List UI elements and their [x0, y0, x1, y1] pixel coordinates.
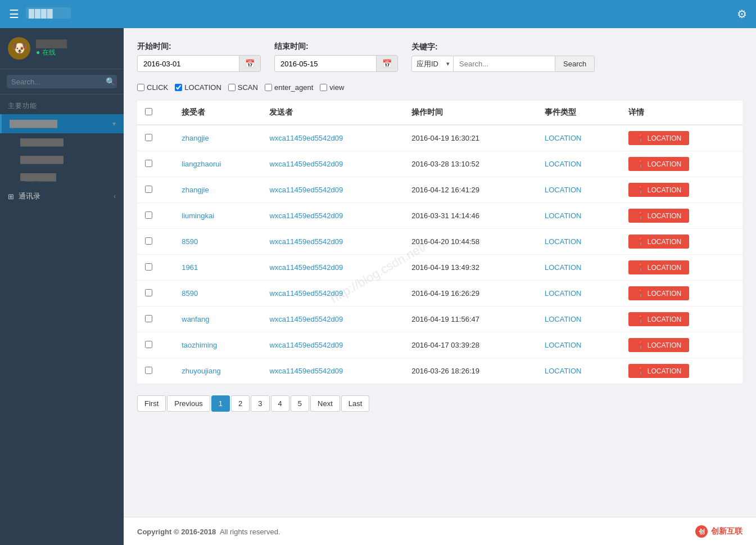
checkbox-click: CLICK [137, 83, 168, 92]
checkbox-view: view [320, 83, 344, 92]
table-header-row: 接受者 发送者 操作时间 事件类型 详情 [137, 101, 743, 125]
sidebar-username: ██████ [36, 39, 67, 48]
row-select-2[interactable] [145, 186, 152, 193]
prev-page-button[interactable]: Previous [167, 395, 210, 412]
select-all-checkbox[interactable] [145, 108, 152, 115]
table-row: wanfang wxca11459ed5542d09 2016-04-19 11… [137, 307, 743, 332]
row-receiver-0[interactable]: zhangjie [174, 125, 261, 151]
location-button-3[interactable]: 📍 LOCATION [628, 209, 689, 223]
view-checkbox[interactable] [320, 84, 327, 91]
row-sender-0[interactable]: wxca11459ed5542d09 [261, 125, 404, 151]
row-sender-2[interactable]: wxca11459ed5542d09 [261, 177, 404, 203]
row-event-type-9: LOCATION [537, 358, 621, 384]
keyword-search-input[interactable] [454, 56, 555, 72]
page-1-button[interactable]: 1 [211, 395, 230, 412]
row-select-7[interactable] [145, 315, 152, 322]
settings-icon[interactable]: ⚙ [737, 7, 747, 21]
chevron-left-icon: ‹ [114, 192, 116, 200]
row-select-8[interactable] [145, 341, 152, 348]
checkbox-location: LOCATION [175, 83, 221, 92]
row-select-0[interactable] [145, 134, 152, 141]
search-button[interactable]: Search [555, 56, 595, 72]
row-receiver-7[interactable]: wanfang [174, 307, 261, 332]
row-checkbox-3 [137, 203, 174, 229]
pin-icon-8: 📍 [636, 341, 645, 349]
sidebar-user-info: ██████ 在线 [36, 39, 67, 57]
row-sender-1[interactable]: wxca11459ed5542d09 [261, 151, 404, 177]
start-time-input[interactable] [138, 56, 239, 71]
row-receiver-6[interactable]: 8590 [174, 281, 261, 307]
row-select-6[interactable] [145, 289, 152, 296]
sidebar-sub-item-3[interactable]: G██ ████ [0, 168, 124, 186]
row-sender-7[interactable]: wxca11459ed5542d09 [261, 307, 404, 332]
location-button-7[interactable]: 📍 LOCATION [628, 312, 689, 326]
location-button-8[interactable]: 📍 LOCATION [628, 338, 689, 352]
row-receiver-3[interactable]: liumingkai [174, 203, 261, 229]
row-select-4[interactable] [145, 237, 152, 245]
hamburger-icon[interactable]: ☰ [9, 7, 19, 21]
row-checkbox-5 [137, 255, 174, 281]
keyword-label: 关键字: [411, 42, 595, 52]
main-content: 开始时间: 📅 结束时间: 📅 关键字: 应用ID ▾ [124, 28, 756, 517]
top-logo: ████ [26, 5, 71, 24]
row-receiver-1[interactable]: liangzhaorui [174, 151, 261, 177]
row-receiver-9[interactable]: zhuyoujiang [174, 358, 261, 384]
row-receiver-8[interactable]: taozhiming [174, 332, 261, 358]
location-button-0[interactable]: 📍 LOCATION [628, 131, 689, 145]
row-sender-5[interactable]: wxca11459ed5542d09 [261, 255, 404, 281]
location-button-1[interactable]: 📍 LOCATION [628, 157, 689, 171]
location-checkbox[interactable] [175, 84, 182, 91]
row-receiver-2[interactable]: zhangjie [174, 177, 261, 203]
row-time-6: 2016-04-19 16:26:29 [404, 281, 537, 307]
keyword-select[interactable]: 应用ID [412, 56, 443, 71]
row-sender-8[interactable]: wxca11459ed5542d09 [261, 332, 404, 358]
row-checkbox-1 [137, 151, 174, 177]
sidebar-sub-item-1[interactable]: █████████ [0, 133, 124, 151]
row-sender-3[interactable]: wxca11459ed5542d09 [261, 203, 404, 229]
row-sender-4[interactable]: wxca11459ed5542d09 [261, 229, 404, 255]
top-bar: ☰ ████ ⚙ [0, 0, 756, 28]
row-select-9[interactable] [145, 367, 152, 374]
last-page-button[interactable]: Last [341, 395, 370, 412]
location-button-5[interactable]: 📍 LOCATION [628, 260, 689, 274]
start-time-calendar-btn[interactable]: 📅 [239, 56, 260, 71]
row-time-8: 2016-04-17 03:39:28 [404, 332, 537, 358]
page-3-button[interactable]: 3 [251, 395, 269, 412]
location-button-9[interactable]: 📍 LOCATION [628, 364, 689, 378]
start-time-input-wrap: 📅 [137, 55, 261, 72]
end-time-input[interactable] [275, 56, 376, 71]
location-button-2[interactable]: 📍 LOCATION [628, 183, 689, 197]
sidebar-search-input[interactable] [11, 78, 106, 86]
row-checkbox-6 [137, 281, 174, 307]
location-button-4[interactable]: 📍 LOCATION [628, 235, 689, 249]
page-5-button[interactable]: 5 [291, 395, 309, 412]
sidebar-contacts[interactable]: ⊞ 通讯录 ‹ [0, 186, 124, 207]
row-receiver-5[interactable]: 1961 [174, 255, 261, 281]
enter-agent-checkbox[interactable] [265, 84, 272, 91]
sidebar-search-wrap: 🔍 [7, 75, 117, 88]
row-select-3[interactable] [145, 211, 152, 219]
end-time-calendar-btn[interactable]: 📅 [376, 56, 397, 71]
row-sender-6[interactable]: wxca11459ed5542d09 [261, 281, 404, 307]
page-4-button[interactable]: 4 [271, 395, 289, 412]
sidebar-sub-item-2[interactable]: █████████ [0, 151, 124, 168]
scan-checkbox[interactable] [228, 84, 236, 91]
table-row: 1961 wxca11459ed5542d09 2016-04-19 13:49… [137, 255, 743, 281]
row-sender-9[interactable]: wxca11459ed5542d09 [261, 358, 404, 384]
sidebar-item-1[interactable]: ██████████ ▾ [0, 114, 124, 133]
row-select-1[interactable] [145, 160, 152, 167]
click-checkbox[interactable] [137, 84, 144, 91]
first-page-button[interactable]: First [137, 395, 166, 412]
sidebar-search-icon[interactable]: 🔍 [106, 77, 115, 86]
enter-agent-label: enter_agent [274, 83, 313, 92]
row-select-5[interactable] [145, 263, 152, 271]
sidebar-status: 在线 [36, 48, 67, 57]
location-button-6[interactable]: 📍 LOCATION [628, 286, 689, 300]
row-receiver-4[interactable]: 8590 [174, 229, 261, 255]
next-page-button[interactable]: Next [310, 395, 340, 412]
scan-label: SCAN [238, 83, 258, 92]
start-time-label: 开始时间: [137, 42, 261, 52]
pagination: First Previous 1 2 3 4 5 Next Last [137, 395, 743, 412]
page-2-button[interactable]: 2 [231, 395, 250, 412]
col-checkbox [137, 101, 174, 125]
